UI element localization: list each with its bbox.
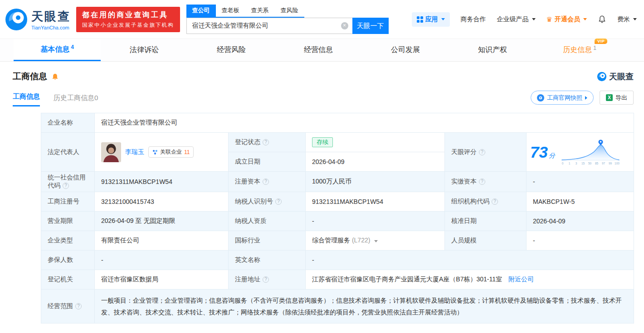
field-value-org-code: MAKBCP1W-5 — [527, 192, 634, 212]
field-value-reg-number: 321321000415743 — [95, 192, 229, 212]
tab-count-badge: 4 — [71, 44, 74, 50]
field-label-business-scope: 经营范围? — [41, 290, 95, 323]
business-info-section: 工商信息 天眼查 工商信息 历史工商信息0 工商官网快照 — [0, 71, 644, 323]
arrow-right-icon — [585, 96, 587, 100]
table-row: 经营范围? 一般项目：企业管理；企业管理咨询；信息咨询服务（不含许可类信息咨询服… — [41, 290, 634, 323]
search-button[interactable]: 天眼一下 — [352, 18, 389, 34]
subtab-history-business-info[interactable]: 历史工商信息0 — [54, 94, 98, 106]
score-pin-icon — [598, 140, 603, 145]
user-menu[interactable]: 费米 — [617, 15, 637, 24]
field-label-approval-date: 核准日期 — [445, 212, 527, 231]
field-label-legal-rep: 法定代表人 — [41, 133, 95, 172]
field-label-reg-status: 登记状态? — [229, 133, 306, 152]
tab-basic-info[interactable]: 基本信息 4 — [14, 39, 101, 61]
help-icon[interactable]: ? — [263, 139, 269, 145]
tab-history-info[interactable]: VIP 历史信息 1 — [536, 39, 623, 61]
tab-intellectual-property[interactable]: 知识产权 — [449, 39, 536, 61]
field-label-staff-size: 人员规模 — [445, 231, 527, 251]
tab-label: 公司发展 — [391, 45, 420, 55]
svg-text:3: 3 — [576, 162, 577, 165]
tab-legal-proceedings[interactable]: 法律诉讼 — [101, 39, 188, 61]
related-companies-badge[interactable]: 关联企业 11 — [148, 146, 194, 158]
tianyancha-eye-icon — [597, 72, 607, 82]
chevron-down-icon — [633, 18, 637, 20]
help-icon[interactable]: ? — [263, 276, 269, 283]
field-label-address: 注册地址? — [229, 270, 306, 290]
score-distribution-chart: 0 1 3 15 50 85 97 99 100 — [559, 139, 622, 165]
field-value-reg-capital: 1000万人民币 — [306, 172, 445, 192]
tab-company-development[interactable]: 公司发展 — [362, 39, 449, 61]
help-icon[interactable]: ? — [63, 183, 69, 189]
field-label-company-name: 企业名称 — [41, 113, 95, 133]
industry-code: (L722) — [352, 236, 370, 244]
official-snapshot-button[interactable]: 工商官网快照 — [531, 91, 594, 105]
subscribe-bell-icon[interactable] — [51, 73, 59, 81]
field-label-industry: 国标行业 — [229, 231, 306, 251]
search-area: 查公司 查老板 查关系 查风险 × 天眼一下 — [186, 5, 389, 34]
tab-label: 历史信息 — [563, 46, 592, 53]
legal-rep-photo[interactable] — [101, 142, 121, 162]
field-value-company-type: 有限责任公司 — [95, 231, 229, 251]
help-icon[interactable]: ? — [492, 198, 498, 205]
nav-business-cooperation[interactable]: 商务合作 — [461, 15, 486, 24]
promo-banner[interactable]: 都在用的商业查询工具 国家中小企业发展子基金旗下机构 — [76, 7, 180, 32]
promo-line2: 国家中小企业发展子基金旗下机构 — [82, 22, 174, 29]
search-tab-company[interactable]: 查公司 — [186, 5, 216, 17]
field-value-industry[interactable]: 综合管理服务 (L722) — [306, 231, 445, 251]
field-value-taxpayer-id: 91321311MAKBCP1W54 — [306, 192, 445, 212]
field-value-business-scope: 一般项目：企业管理；企业管理咨询；信息咨询服务（不含许可类信息咨询服务）；信息技… — [95, 290, 634, 323]
search-input[interactable] — [187, 18, 352, 34]
help-icon[interactable]: ? — [75, 303, 82, 309]
table-row: 企业名称 宿迁天强企业管理有限公司 — [41, 113, 634, 133]
nav-vip-upgrade[interactable]: ♛ 开通会员 — [546, 15, 587, 24]
nearby-companies-link[interactable]: 附近公司 — [508, 275, 534, 283]
tab-label: 基本信息 — [40, 45, 69, 54]
help-icon[interactable]: ? — [479, 149, 485, 155]
svg-text:99: 99 — [609, 162, 612, 165]
field-value-insured-count: - — [95, 251, 229, 270]
logo-brand-text: 天眼查 — [31, 9, 71, 24]
company-nav-tabs: 基本信息 4 法律诉讼 经营风险 经营信息 公司发展 知识产权 VIP 历史信息… — [0, 39, 644, 62]
help-icon[interactable]: ? — [263, 179, 269, 185]
table-row: 参保人数 - 英文名称 - — [41, 251, 634, 270]
user-name: 费米 — [617, 15, 630, 24]
nav-enterprise-products[interactable]: 企业级产品 — [497, 15, 536, 24]
notification-bell-icon[interactable] — [598, 15, 606, 24]
legal-rep-name-link[interactable]: 李瑞玉 — [125, 148, 144, 156]
watermark-text: 天眼查 — [609, 71, 634, 82]
clear-icon[interactable]: × — [341, 22, 348, 29]
related-companies-count: 11 — [184, 149, 190, 155]
field-label-reg-number: 工商注册号 — [41, 192, 95, 212]
help-icon[interactable]: ? — [479, 179, 485, 185]
search-tab-relation[interactable]: 查关系 — [245, 5, 275, 17]
tab-label: 法律诉讼 — [130, 45, 159, 55]
table-row: 工商注册号 321321000415743 纳税人识别号? 91321311MA… — [41, 192, 634, 212]
chevron-down-icon — [583, 18, 587, 20]
table-row: 法定代表人 李瑞玉 — [41, 133, 634, 152]
field-value-legal-rep: 李瑞玉 关联企业 11 — [95, 133, 229, 172]
tab-label: 知识产权 — [478, 45, 507, 55]
tab-operational-risk[interactable]: 经营风险 — [188, 39, 275, 61]
help-icon[interactable]: ? — [275, 198, 282, 205]
promo-line1: 都在用的商业查询工具 — [82, 10, 174, 20]
table-row: 统一社会信用代码? 91321311MAKBCP1W54 注册资本? 1000万… — [41, 172, 634, 192]
tab-label: 经营风险 — [217, 45, 246, 55]
field-value-approval-date: 2026-04-09 — [527, 212, 634, 231]
search-tab-boss[interactable]: 查老板 — [216, 5, 245, 17]
tianyancha-logo[interactable]: 天眼查 TianYanCha.com — [5, 8, 71, 31]
business-info-table: 企业名称 宿迁天强企业管理有限公司 法定代表人 — [41, 113, 634, 323]
apps-menu[interactable]: 应用 — [412, 12, 450, 27]
export-button[interactable]: X 导出 — [600, 91, 634, 105]
chevron-down-icon — [441, 18, 445, 20]
svg-text:85: 85 — [595, 162, 599, 165]
field-label-credit-code: 统一社会信用代码? — [41, 172, 95, 192]
field-label-business-term: 营业期限 — [41, 212, 95, 231]
tab-business-information[interactable]: 经营信息 — [275, 39, 362, 61]
subtab-business-info[interactable]: 工商信息 — [13, 92, 40, 106]
export-button-label: 导出 — [615, 94, 627, 102]
table-row: 企业类型 有限责任公司 国标行业 综合管理服务 (L722) 人员规模 - — [41, 231, 634, 251]
field-value-credit-code: 91321311MAKBCP1W54 — [95, 172, 229, 192]
search-tab-risk[interactable]: 查风险 — [275, 5, 304, 17]
svg-text:100: 100 — [615, 162, 620, 165]
field-label-score: 天眼评分? — [445, 133, 527, 172]
